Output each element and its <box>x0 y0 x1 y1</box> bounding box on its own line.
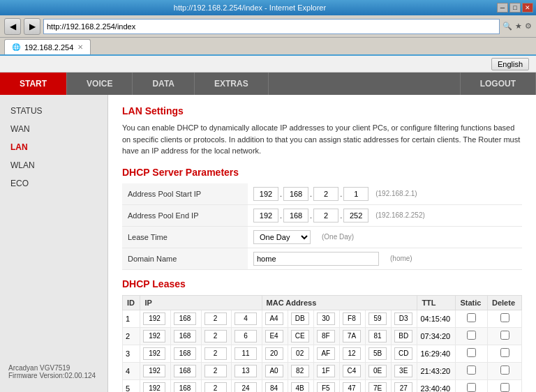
domain-name-input[interactable] <box>253 252 379 266</box>
lease-delete-checkbox[interactable] <box>500 331 509 340</box>
dhcp-params-table: Address Pool Start IP . . . (192.168.2.1… <box>122 183 522 270</box>
lease-mac-seg-2: 02 <box>291 347 309 360</box>
pool-end-ip-3[interactable] <box>313 209 338 223</box>
col-ip: IP <box>140 295 262 310</box>
domain-name-label: Domain Name <box>122 248 248 269</box>
star-icon[interactable]: ★ <box>515 22 522 31</box>
sidebar: STATUS WAN LAN WLAN ECO Arcadyan VGV7519… <box>0 95 108 392</box>
sidebar-item-wan[interactable]: WAN <box>0 120 107 138</box>
lease-mac-seg-6: 27 <box>394 382 412 393</box>
lease-time-select[interactable]: One Day Half Day One Hour One Week <box>253 230 311 244</box>
lease-id: 1 <box>123 310 140 327</box>
lease-ip-seg-2: 168 <box>174 382 196 393</box>
lease-mac-seg-5: 0E <box>368 365 387 377</box>
firmware-version: Firmware Version:02.00.124 <box>8 372 99 379</box>
lease-ttl: 21:43:20 <box>417 362 456 379</box>
lease-static-checkbox[interactable] <box>467 365 476 375</box>
close-button[interactable]: ✕ <box>522 3 533 13</box>
lan-settings-title: LAN Settings <box>122 105 522 116</box>
lease-mac-seg-1: A0 <box>265 365 283 377</box>
pool-start-ip-1[interactable] <box>253 187 278 201</box>
dhcp-params-title: DHCP Server Parameters <box>122 167 522 178</box>
lease-id: 4 <box>123 362 140 379</box>
lease-id: 3 <box>123 345 140 362</box>
lease-ip-seg-1: 192 <box>143 312 165 325</box>
col-delete: Delete <box>488 295 522 310</box>
lease-ip-seg-4: 11 <box>234 347 257 360</box>
main-navigation: START VOICE DATA EXTRAS LOGOUT <box>0 73 536 95</box>
content-wrapper: STATUS WAN LAN WLAN ECO Arcadyan VGV7519… <box>0 95 536 392</box>
back-button[interactable]: ◀ <box>4 18 21 35</box>
tab-close-icon[interactable]: ✕ <box>77 43 83 51</box>
nav-voice[interactable]: VOICE <box>67 73 133 95</box>
lease-mac-seg-3: 1F <box>317 365 335 377</box>
table-row: 219216826E4CE8F7A81BD07:34:20 <box>123 327 522 345</box>
sidebar-item-lan[interactable]: LAN <box>0 138 107 156</box>
lease-ip-seg-2: 168 <box>174 347 196 360</box>
nav-data[interactable]: DATA <box>133 73 195 95</box>
pool-end-row: Address Pool End IP . . . (192.168.2.252… <box>122 204 522 226</box>
maximize-button[interactable]: □ <box>509 3 521 13</box>
nav-start[interactable]: START <box>0 73 67 95</box>
language-button[interactable]: English <box>491 58 529 70</box>
lease-ip-seg-3: 2 <box>204 382 227 393</box>
lease-static-checkbox[interactable] <box>467 383 476 392</box>
active-tab[interactable]: 🌐 192.168.2.254 ✕ <box>4 39 91 54</box>
address-bar: ◀ ▶ 🔍 ★ ⚙ <box>0 15 536 38</box>
pool-end-ip-2[interactable] <box>283 209 308 223</box>
pool-start-ip-3[interactable] <box>313 187 338 201</box>
nav-logout[interactable]: LOGOUT <box>461 73 536 95</box>
lease-ip-seg-4: 6 <box>234 330 257 342</box>
pool-start-ip-2[interactable] <box>283 187 308 201</box>
lease-ip-seg-1: 192 <box>143 365 165 377</box>
lease-time-row: Lease Time One Day Half Day One Hour One… <box>122 226 522 248</box>
pool-end-ip-1[interactable] <box>253 209 278 223</box>
pool-end-hint: (192.168.2.252) <box>375 211 425 219</box>
lease-ip-seg-1: 192 <box>143 330 165 342</box>
lan-settings-description: You can enable DHCP to dynamically alloc… <box>122 122 522 157</box>
lease-static-checkbox[interactable] <box>467 313 476 322</box>
lease-mac-seg-5: 7E <box>368 382 387 393</box>
lease-time-label: Lease Time <box>122 226 248 248</box>
pool-end-ip-4[interactable] <box>343 209 368 223</box>
col-id: ID <box>123 295 140 310</box>
lease-delete-checkbox[interactable] <box>500 348 509 357</box>
lease-delete-checkbox[interactable] <box>500 365 509 375</box>
lease-ip-seg-2: 168 <box>174 365 196 377</box>
pool-start-ip-inputs: . . . (192.168.2.1) <box>253 187 516 201</box>
lease-mac-seg-1: E4 <box>265 330 283 342</box>
gear-icon[interactable]: ⚙ <box>525 22 532 31</box>
pool-start-row: Address Pool Start IP . . . (192.168.2.1… <box>122 183 522 205</box>
lease-delete-checkbox[interactable] <box>500 313 509 322</box>
lease-mac-seg-6: 3E <box>394 365 412 377</box>
domain-name-row: Domain Name (home) <box>122 248 522 269</box>
forward-button[interactable]: ▶ <box>24 18 40 35</box>
lease-mac-seg-3: F5 <box>317 382 335 393</box>
lease-mac-seg-4: 7A <box>343 330 361 342</box>
lease-delete-checkbox[interactable] <box>500 383 509 392</box>
lease-mac-seg-6: D3 <box>394 312 412 325</box>
lease-mac-seg-4: F8 <box>343 312 361 325</box>
sidebar-item-eco[interactable]: ECO <box>0 174 107 193</box>
url-input[interactable] <box>43 19 500 34</box>
search-icon[interactable]: 🔍 <box>502 22 512 31</box>
table-row: 4192168213A0821FC40E3E21:43:20 <box>123 362 522 379</box>
lease-static-checkbox[interactable] <box>467 331 476 340</box>
lease-static-checkbox[interactable] <box>467 348 476 357</box>
lease-mac-seg-3: 8F <box>317 330 335 342</box>
lease-mac-seg-4: 47 <box>343 382 361 393</box>
lease-id: 5 <box>123 379 140 392</box>
domain-name-hint: (home) <box>390 255 412 262</box>
lease-mac-seg-1: A4 <box>265 312 283 325</box>
col-ttl: TTL <box>417 295 456 310</box>
pool-start-ip-4[interactable] <box>343 187 368 201</box>
nav-extras[interactable]: EXTRAS <box>195 73 269 95</box>
lease-mac-seg-4: 12 <box>343 347 361 360</box>
table-row: 5192168224844BF5477E2723:40:40 <box>123 379 522 392</box>
lease-mac-seg-3: AF <box>317 347 335 360</box>
minimize-button[interactable]: ─ <box>497 3 508 13</box>
sidebar-item-wlan[interactable]: WLAN <box>0 156 107 174</box>
tab-favicon: 🌐 <box>12 43 20 51</box>
sidebar-item-status[interactable]: STATUS <box>0 102 107 120</box>
lease-mac-seg-1: 20 <box>265 347 283 360</box>
